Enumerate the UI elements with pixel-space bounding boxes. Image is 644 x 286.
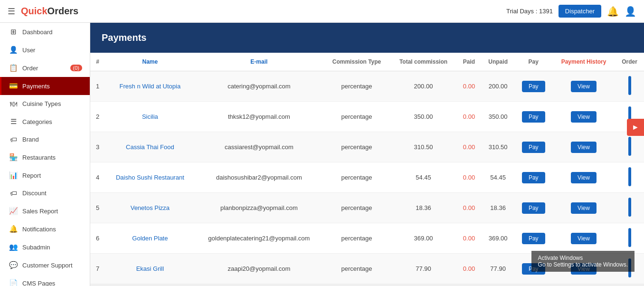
- pay-button[interactable]: Pay: [522, 172, 545, 183]
- pay-button[interactable]: Pay: [522, 142, 545, 153]
- sidebar-icon-cms-pages: 📄: [9, 279, 18, 286]
- sidebar-label-categories: Categories: [22, 118, 82, 125]
- sidebar-icon-subadmin: 👥: [9, 243, 18, 251]
- pay-button[interactable]: Pay: [522, 263, 545, 275]
- cell-total: 54.45: [390, 162, 457, 193]
- scroll-bar: [628, 198, 631, 217]
- cell-paid: 0.00: [456, 102, 481, 132]
- sidebar-item-cms-pages[interactable]: 📄 CMS Pages: [0, 274, 90, 286]
- hamburger-icon[interactable]: ☰: [8, 6, 15, 17]
- cell-total: 369.00: [390, 223, 457, 254]
- cell-paid: 0.00: [456, 223, 481, 254]
- logo: QuickOrders: [21, 6, 78, 17]
- pay-button[interactable]: Pay: [522, 233, 545, 244]
- sidebar-item-report[interactable]: 📊 Report: [0, 166, 90, 184]
- cell-total: 200.00: [390, 71, 457, 102]
- dispatcher-button[interactable]: Dispatcher: [559, 5, 601, 18]
- cell-order-scroll: [615, 162, 644, 193]
- table-row: 3 Cassia Thai Food cassiarest@yopmail.co…: [90, 132, 644, 162]
- view-button[interactable]: View: [571, 81, 597, 92]
- page-header: Payments: [90, 23, 644, 53]
- cell-pay-action: Pay: [515, 162, 552, 193]
- cell-order-scroll: [615, 254, 644, 284]
- sidebar-label-customer-support: Customer Support: [22, 262, 82, 269]
- main-content: Payments # Name E-mail Commission Type T…: [90, 23, 644, 286]
- cell-num: 5: [90, 193, 105, 223]
- cell-pay-action: Pay: [515, 102, 552, 132]
- cell-history-action: View: [552, 223, 615, 254]
- sidebar-icon-payments: 💳: [9, 82, 18, 90]
- view-button[interactable]: View: [571, 233, 597, 244]
- col-order: Order: [615, 53, 644, 71]
- payments-table: # Name E-mail Commission Type Total comm…: [90, 53, 644, 284]
- pay-button[interactable]: Pay: [522, 111, 545, 123]
- view-button[interactable]: View: [571, 263, 597, 275]
- view-button[interactable]: View: [571, 142, 597, 153]
- cell-name: Fresh n Wild at Utopia: [105, 71, 195, 102]
- bell-icon[interactable]: 🔔: [607, 6, 619, 17]
- cell-num: 6: [90, 223, 105, 254]
- sidebar-label-restaurants: Restaurants: [22, 154, 82, 161]
- table-row: 5 Venetos Pizza planbonpizza@yopmail.com…: [90, 193, 644, 223]
- col-num: #: [90, 53, 105, 71]
- pay-button[interactable]: Pay: [522, 202, 545, 214]
- table-row: 7 Ekasi Grill zaapi20@yopmail.com percen…: [90, 254, 644, 284]
- sidebar-icon-sales-report: 📈: [9, 207, 18, 215]
- trial-days-label: Trial Days : 1391: [506, 8, 553, 15]
- col-unpaid: Unpaid: [482, 53, 515, 71]
- sidebar-item-brand[interactable]: 🏷 Brand: [0, 131, 90, 148]
- sidebar-item-cuisine-types[interactable]: 🍽 Cuisine Types: [0, 95, 90, 113]
- cell-name: Venetos Pizza: [105, 193, 195, 223]
- sidebar-item-notifications[interactable]: 🔔 Notifications: [0, 220, 90, 238]
- sidebar-icon-discount: 🏷: [9, 189, 18, 197]
- sidebar-icon-brand: 🏷: [9, 135, 18, 143]
- sidebar-item-user[interactable]: 👤 User: [0, 41, 90, 59]
- sidebar-badge-order: (0): [70, 65, 82, 71]
- sidebar-item-dashboard[interactable]: ⊞ Dashboard: [0, 23, 90, 41]
- pay-button[interactable]: Pay: [522, 81, 545, 92]
- cell-history-action: View: [552, 193, 615, 223]
- cell-commission-type: percentage: [323, 223, 390, 254]
- col-total-commission: Total commission: [390, 53, 457, 71]
- scroll-bar: [628, 228, 631, 247]
- sidebar-item-order[interactable]: 📋 Order (0): [0, 59, 90, 77]
- sidebar-item-payments[interactable]: 💳 Payments: [0, 77, 90, 95]
- view-button[interactable]: View: [571, 111, 597, 123]
- cell-paid: 0.00: [456, 193, 481, 223]
- cell-num: 3: [90, 132, 105, 162]
- sidebar-icon-order: 📋: [9, 64, 18, 72]
- cell-history-action: View: [552, 132, 615, 162]
- view-button[interactable]: View: [571, 172, 597, 183]
- cell-history-action: View: [552, 254, 615, 284]
- sidebar-label-sales-report: Sales Report: [22, 208, 82, 215]
- scroll-bar: [628, 137, 631, 156]
- cell-total: 18.36: [390, 193, 457, 223]
- cell-order-scroll: [615, 223, 644, 254]
- sidebar-item-customer-support[interactable]: 💬 Customer Support: [0, 256, 90, 274]
- cell-commission-type: percentage: [323, 71, 390, 102]
- cell-order-scroll: [615, 193, 644, 223]
- sidebar-item-restaurants[interactable]: 🏪 Restaurants: [0, 148, 90, 166]
- view-button[interactable]: View: [571, 202, 597, 214]
- sidebar-item-subadmin[interactable]: 👥 Subadmin: [0, 238, 90, 256]
- cell-name: Sicilia: [105, 102, 195, 132]
- sidebar-label-notifications: Notifications: [22, 226, 82, 233]
- cell-paid: 0.00: [456, 132, 481, 162]
- red-arrow-icon[interactable]: ►: [627, 119, 644, 136]
- sidebar-item-discount[interactable]: 🏷 Discount: [0, 184, 90, 202]
- cell-email: zaapi20@yopmail.com: [195, 254, 323, 284]
- cell-unpaid: 310.50: [482, 132, 515, 162]
- logo-quick: Quick: [21, 6, 47, 16]
- cell-pay-action: Pay: [515, 223, 552, 254]
- sidebar-item-categories[interactable]: ☰ Categories: [0, 113, 90, 131]
- sidebar-item-sales-report[interactable]: 📈 Sales Report: [0, 202, 90, 220]
- user-avatar-icon[interactable]: 👤: [625, 6, 636, 17]
- cell-name: Ekasi Grill: [105, 254, 195, 284]
- col-commission-type: Commission Type: [323, 53, 390, 71]
- cell-pay-action: Pay: [515, 254, 552, 284]
- sidebar-label-dashboard: Dashboard: [22, 29, 82, 36]
- cell-unpaid: 200.00: [482, 71, 515, 102]
- col-payment-history: Payment History: [552, 53, 615, 71]
- sidebar: ⊞ Dashboard 👤 User 📋 Order (0) 💳 Payment…: [0, 23, 90, 286]
- cell-order-scroll: [615, 71, 644, 102]
